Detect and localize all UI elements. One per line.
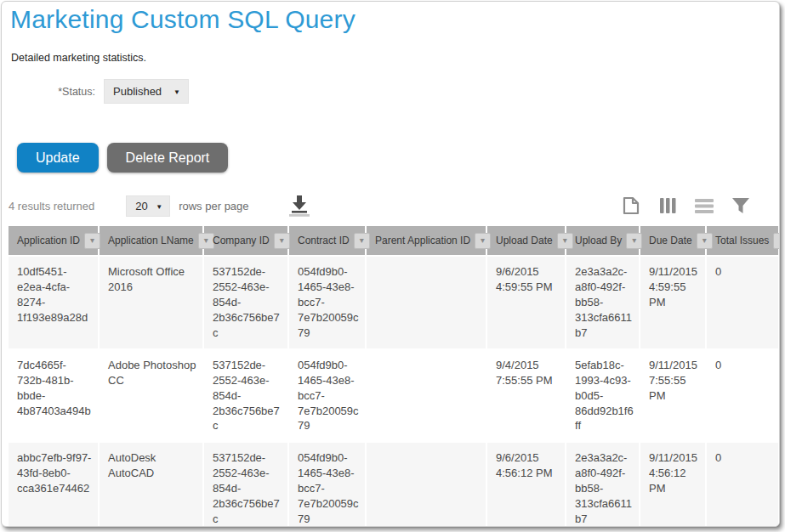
report-card: Marketing Custom SQL Query Detailed mark… bbox=[1, 1, 780, 527]
table-row[interactable]: abbc7efb-9f97-43fd-8eb0-cca361e74462Auto… bbox=[9, 443, 780, 527]
table-cell: 9/6/2015 4:59:55 PM bbox=[487, 257, 566, 350]
column-menu-button[interactable]: ▾ bbox=[354, 233, 370, 249]
chevron-down-icon: ▾ bbox=[360, 236, 364, 245]
rows-icon[interactable] bbox=[693, 195, 715, 217]
column-header-label: Application ID bbox=[17, 235, 80, 246]
table-cell: 0 bbox=[707, 257, 780, 350]
action-buttons: Update Delete Report bbox=[17, 143, 779, 173]
status-field-label: *Status: bbox=[2, 86, 95, 98]
filter-icon[interactable] bbox=[730, 195, 752, 217]
delete-report-button[interactable]: Delete Report bbox=[107, 143, 229, 173]
table-cell: 054fd9b0-1465-43e8-bcc7-7e7b20059c79 bbox=[289, 443, 367, 527]
table-cell: 2e3a3a2c-a8f0-492f-bb58-313cfa6611b7 bbox=[566, 443, 640, 527]
chevron-down-icon: ▾ bbox=[90, 236, 94, 245]
table-cell: Microsoft Office 2016 bbox=[100, 257, 204, 350]
table-body: 10df5451-e2ea-4cfa-8274-1f193e89a28dMicr… bbox=[9, 257, 780, 527]
table-cell: 537152de-2552-463e-854d-2b36c756be7c bbox=[204, 257, 289, 350]
export-page-icon[interactable] bbox=[620, 195, 642, 217]
table-row[interactable]: 10df5451-e2ea-4cfa-8274-1f193e89a28dMicr… bbox=[9, 257, 780, 350]
column-header: Due Date▾ bbox=[640, 226, 707, 257]
status-select[interactable]: Published ▼ bbox=[104, 79, 189, 104]
column-header-label: Upload By bbox=[575, 235, 622, 246]
status-select-value: Published bbox=[113, 85, 162, 98]
table-cell: 9/6/2015 4:56:12 PM bbox=[487, 443, 566, 527]
column-menu-button[interactable]: ▾ bbox=[475, 233, 491, 249]
table-cell: 7dc4665f-732b-481b-bbde-4b87403a494b bbox=[9, 350, 100, 444]
results-table: Application ID▾Application LName▾Company… bbox=[9, 226, 780, 527]
table-cell: 9/11/2015 7:55:55 PM bbox=[640, 350, 707, 444]
column-header-label: Due Date bbox=[649, 235, 692, 246]
column-header-label: Upload Date bbox=[496, 235, 553, 246]
column-header-label: Parent Application ID bbox=[375, 235, 470, 246]
chevron-down-icon: ▾ bbox=[779, 236, 780, 245]
page-title: Marketing Custom SQL Query bbox=[10, 5, 779, 34]
table-cell bbox=[367, 443, 487, 527]
chevron-down-icon: ▾ bbox=[563, 236, 567, 245]
column-header-label: Contract ID bbox=[298, 235, 350, 246]
column-header: Company ID▾ bbox=[204, 226, 289, 257]
chevron-down-icon: ▾ bbox=[280, 236, 284, 245]
column-header-label: Application LName bbox=[108, 235, 194, 246]
table-cell bbox=[367, 350, 487, 444]
results-grid: Application ID▾Application LName▾Company… bbox=[9, 226, 779, 527]
page-size-select[interactable]: 20 ▼ bbox=[126, 195, 170, 217]
table-cell: AutoDesk AutoCAD bbox=[100, 443, 204, 527]
page-subtitle: Detailed marketing statistics. bbox=[11, 52, 779, 64]
chevron-down-icon: ▼ bbox=[156, 203, 162, 211]
table-cell: 5efab18c-1993-4c93-b0d5-86dd92b1f6ff bbox=[566, 350, 640, 444]
column-menu-button[interactable]: ▾ bbox=[198, 233, 214, 249]
update-button[interactable]: Update bbox=[17, 143, 99, 173]
chevron-down-icon: ▾ bbox=[703, 236, 707, 245]
column-menu-button[interactable]: ▾ bbox=[84, 233, 100, 249]
table-cell: 10df5451-e2ea-4cfa-8274-1f193e89a28d bbox=[9, 257, 100, 350]
column-header: Contract ID▾ bbox=[289, 226, 367, 257]
column-menu-button[interactable]: ▾ bbox=[274, 233, 290, 249]
chevron-down-icon: ▾ bbox=[632, 236, 636, 245]
column-menu-button[interactable]: ▾ bbox=[697, 233, 713, 249]
column-menu-button[interactable]: ▾ bbox=[773, 233, 780, 249]
table-cell: 054fd9b0-1465-43e8-bcc7-7e7b20059c79 bbox=[289, 257, 367, 350]
table-cell: 9/11/2015 4:56:12 PM bbox=[640, 443, 707, 527]
table-cell bbox=[367, 257, 487, 350]
table-header-row: Application ID▾Application LName▾Company… bbox=[9, 226, 780, 257]
chevron-down-icon: ▼ bbox=[173, 88, 180, 96]
page-size-value: 20 bbox=[135, 200, 147, 212]
table-cell: 9/4/2015 7:55:55 PM bbox=[487, 350, 566, 444]
status-field-row: *Status: Published ▼ bbox=[2, 79, 779, 104]
table-cell: abbc7efb-9f97-43fd-8eb0-cca361e74462 bbox=[9, 443, 100, 527]
grid-view-icons bbox=[620, 195, 771, 217]
column-header-label: Total Issues bbox=[715, 235, 769, 246]
column-header: Total Issues▾ bbox=[707, 226, 780, 257]
table-cell: 537152de-2552-463e-854d-2b36c756be7c bbox=[204, 443, 289, 527]
table-cell: 2e3a3a2c-a8f0-492f-bb58-313cfa6611b7 bbox=[566, 257, 640, 350]
rows-per-page-label: rows per page bbox=[179, 200, 248, 212]
table-row[interactable]: 7dc4665f-732b-481b-bbde-4b87403a494bAdob… bbox=[9, 350, 780, 444]
column-header: Parent Application ID▾ bbox=[367, 226, 487, 257]
chevron-down-icon: ▾ bbox=[481, 236, 485, 245]
column-header: Upload By▾ bbox=[566, 226, 640, 257]
column-header: Application LName▾ bbox=[100, 226, 204, 257]
table-cell: Adobe Photoshop CC bbox=[100, 350, 204, 444]
table-cell: 537152de-2552-463e-854d-2b36c756be7c bbox=[204, 350, 289, 444]
columns-icon[interactable] bbox=[657, 195, 679, 217]
column-menu-button[interactable]: ▾ bbox=[626, 233, 642, 249]
table-cell: 0 bbox=[707, 443, 780, 527]
download-icon[interactable] bbox=[287, 194, 312, 218]
column-menu-button[interactable]: ▾ bbox=[557, 233, 573, 249]
results-count-text: 4 results returned bbox=[9, 200, 94, 212]
table-cell: 9/11/2015 4:59:55 PM bbox=[640, 257, 707, 350]
table-cell: 054fd9b0-1465-43e8-bcc7-7e7b20059c79 bbox=[289, 350, 367, 444]
grid-toolbar: 4 results returned 20 ▼ rows per page bbox=[9, 194, 771, 218]
table-cell: 0 bbox=[707, 350, 780, 444]
column-header: Upload Date▾ bbox=[487, 226, 566, 257]
column-header-label: Company ID bbox=[213, 235, 270, 246]
chevron-down-icon: ▾ bbox=[204, 236, 208, 245]
column-header: Application ID▾ bbox=[9, 226, 100, 257]
